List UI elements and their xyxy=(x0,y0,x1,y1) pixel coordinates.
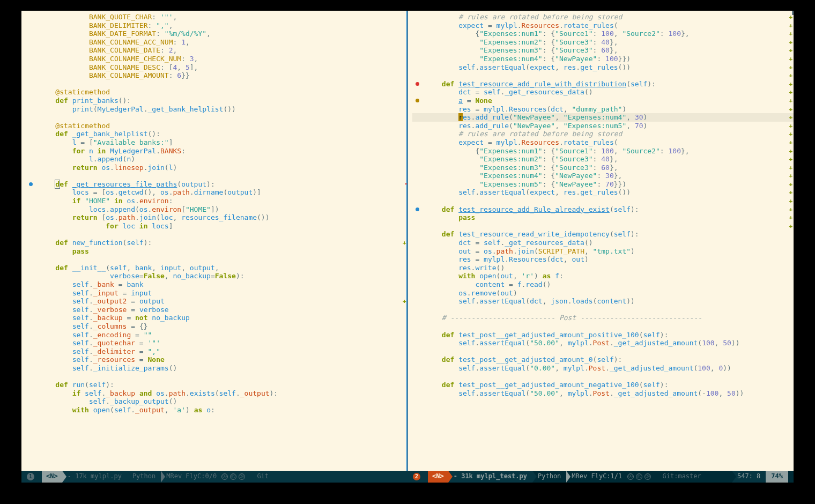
code-line[interactable]: self._encoding = "" xyxy=(26,331,408,339)
code-line[interactable] xyxy=(26,172,408,180)
code-line[interactable]: dct = self._get_resources_data()+ xyxy=(412,88,794,97)
code-line[interactable]: self._quotechar = '"' xyxy=(26,339,408,347)
code-line[interactable]: + xyxy=(412,222,794,231)
scrollbar-thumb-top[interactable] xyxy=(792,11,794,15)
code-line[interactable]: content = f.read() xyxy=(412,280,794,289)
code-line[interactable]: def test_post__get_adjusted_amount_posit… xyxy=(412,331,794,339)
code-line[interactable]: l = ["Available banks:"] xyxy=(26,138,408,147)
code-line[interactable]: def _get_resources_file_paths(output): xyxy=(26,180,408,189)
code-line[interactable]: res.add_rule("NewPayee", "Expenses:num5"… xyxy=(412,122,794,130)
code-line[interactable] xyxy=(412,306,794,314)
code-line[interactable]: def test_post__get_adjusted_amount_0(sel… xyxy=(412,355,794,364)
code-line[interactable]: locs = [os.getcwd(), os.path.dirname(out… xyxy=(26,188,408,197)
code-line[interactable]: def test_resource_add_rule_with_distribu… xyxy=(412,80,794,88)
code-line[interactable]: def test_post__get_adjusted_amount_negat… xyxy=(412,381,794,389)
code-line[interactable]: # rules are rotated before being stored+ xyxy=(412,13,794,21)
code-line[interactable]: # rules are rotated before being stored+ xyxy=(412,130,794,138)
code-line[interactable]: return os.linesep.join(l) xyxy=(26,164,408,172)
code-line[interactable]: for n in MyLedgerPal.BANKS: xyxy=(26,147,408,155)
code-line[interactable]: BANK_QUOTE_CHAR: '"', xyxy=(26,13,408,21)
code-line[interactable]: with open(self._output, 'a') as o: xyxy=(26,406,408,414)
code-line[interactable] xyxy=(412,347,794,356)
code-line[interactable] xyxy=(412,322,794,331)
code-line[interactable]: def _get_bank_helplist(): xyxy=(26,130,408,138)
code-line[interactable]: @staticmethod xyxy=(26,122,408,130)
code-line[interactable]: @staticmethod xyxy=(26,88,408,97)
right-pane[interactable]: # rules are rotated before being stored+… xyxy=(408,11,794,471)
right-code[interactable]: # rules are rotated before being stored+… xyxy=(408,11,794,399)
code-line[interactable]: BANK_DELIMITER: ",", xyxy=(26,21,408,30)
code-line[interactable]: "Expenses:num4": {"NewPayee": 100}})+ xyxy=(412,55,794,63)
code-line[interactable]: if self._backup and os.path.exists(self.… xyxy=(26,389,408,398)
code-line[interactable]: self.assertEqual(dct, json.loads(content… xyxy=(412,297,794,306)
code-line[interactable] xyxy=(26,80,408,88)
code-line[interactable]: self._backup_output() xyxy=(26,397,408,406)
code-line[interactable]: self._resources = None xyxy=(26,355,408,364)
code-line[interactable]: self.assertEqual(expect, res.get_rules()… xyxy=(412,188,794,197)
modeline-left[interactable]: 1 <N> - 17k mylpl.py Python MRev FlyC:0/… xyxy=(21,471,408,483)
code-line[interactable] xyxy=(412,373,794,381)
code-line[interactable]: expect = mylpl.Resources.rotate_rules(+ xyxy=(412,138,794,147)
code-line[interactable]: self._columns = {} xyxy=(26,322,408,331)
code-line[interactable]: if "HOME" in os.environ: xyxy=(26,197,408,205)
code-line[interactable]: def test_resource_add_Rule_already_exist… xyxy=(412,205,794,214)
code-line[interactable]: res.write() xyxy=(412,264,794,272)
code-line[interactable]: res = mylpl.Resources(dct, out) xyxy=(412,255,794,264)
code-line[interactable]: locs.append(os.environ["HOME"]) xyxy=(26,205,408,214)
code-line[interactable]: BANK_COLNAME_DESC: [4, 5], xyxy=(26,63,408,72)
code-line[interactable]: "Expenses:num3": {"Source3": 60},+ xyxy=(412,164,794,172)
code-line[interactable]: self._backup = not no_backup xyxy=(26,314,408,322)
code-line[interactable]: self.assertEqual("50.00", mylpl.Post._ge… xyxy=(412,339,794,347)
code-line[interactable]: + xyxy=(412,197,794,205)
code-line[interactable]: {"Expenses:num1": {"Source1": 100, "Sour… xyxy=(412,29,794,38)
modeline-right[interactable]: 2 <N> - 31k mylpl_test.py Python MRev Fl… xyxy=(408,471,794,483)
code-line[interactable]: pass xyxy=(26,247,408,256)
code-line[interactable]: "Expenses:num2": {"Source3": 40},+ xyxy=(412,155,794,164)
code-line[interactable]: BANK_COLNAME_ACC_NUM: 1, xyxy=(26,38,408,47)
code-line[interactable] xyxy=(26,373,408,381)
code-line[interactable]: l.append(n) xyxy=(26,155,408,164)
code-line[interactable]: def test_resource_read_write_idempotency… xyxy=(412,230,794,239)
code-line[interactable]: def run(self): xyxy=(26,381,408,389)
code-line[interactable] xyxy=(26,113,408,122)
code-line[interactable]: + xyxy=(412,71,794,80)
code-line[interactable]: out = os.path.join(SCRIPT_PATH, "tmp.txt… xyxy=(412,247,794,256)
code-line[interactable]: "Expenses:num3": {"Source3": 60},+ xyxy=(412,46,794,55)
left-pane[interactable]: BANK_QUOTE_CHAR: '"', BANK_DELIMITER: ",… xyxy=(21,11,408,471)
code-line[interactable]: BANK_COLNAME_AMOUNT: 6}} xyxy=(26,71,408,80)
code-line[interactable]: print(MyLedgerPal._get_bank_helplist()) xyxy=(26,105,408,114)
code-line[interactable]: self._initialize_params() xyxy=(26,364,408,373)
code-line[interactable]: a = None+ xyxy=(412,97,794,105)
code-line[interactable]: with open(out, 'r') as f: xyxy=(412,272,794,280)
code-line[interactable]: self._verbose = verbose xyxy=(26,306,408,314)
code-line[interactable]: def print_banks(): xyxy=(26,97,408,105)
code-line[interactable]: res = mylpl.Resources(dct, "dummy_path")… xyxy=(412,105,794,114)
code-line[interactable]: pass+ xyxy=(412,213,794,222)
code-line[interactable]: self.assertEqual("0.00", mylpl.Post._get… xyxy=(412,364,794,373)
code-line[interactable]: self._input = input xyxy=(26,289,408,298)
code-line[interactable]: self._output2 = output+ xyxy=(26,297,408,306)
code-line[interactable]: res.add_rule("NewPayee", "Expenses:num4"… xyxy=(412,113,794,122)
code-line[interactable]: BANK_COLNAME_CHECK_NUM: 3, xyxy=(26,55,408,63)
left-code[interactable]: BANK_QUOTE_CHAR: '"', BANK_DELIMITER: ",… xyxy=(21,11,408,417)
code-line[interactable]: self._delimiter = "," xyxy=(26,347,408,356)
code-line[interactable]: self.assertEqual(expect, res.get_rules()… xyxy=(412,63,794,72)
code-line[interactable]: "Expenses:num5": {"NewPayee": 70}})+ xyxy=(412,180,794,189)
code-line[interactable]: {"Expenses:num1": {"Source1": 100, "Sour… xyxy=(412,147,794,155)
code-line[interactable]: def new_function(self):+ xyxy=(26,239,408,247)
code-line[interactable] xyxy=(26,230,408,239)
code-line[interactable]: expect = mylpl.Resources.rotate_rules(+ xyxy=(412,21,794,30)
code-line[interactable]: self.assertEqual("50.00", mylpl.Post._ge… xyxy=(412,389,794,398)
code-line[interactable]: os.remove(out) xyxy=(412,289,794,298)
code-line[interactable]: verbose=False, no_backup=False): xyxy=(26,272,408,280)
code-line[interactable]: # ------------------------- Post -------… xyxy=(412,314,794,322)
code-line[interactable]: def __init__(self, bank, input, output, xyxy=(26,264,408,272)
code-line[interactable]: "Expenses:num2": {"Source3": 40},+ xyxy=(412,38,794,47)
code-line[interactable]: return [os.path.join(loc, resources_file… xyxy=(26,213,408,222)
code-line[interactable]: for loc in locs] xyxy=(26,222,408,231)
code-line[interactable]: dct = self._get_resources_data() xyxy=(412,239,794,247)
code-line[interactable]: BANK_DATE_FORMAT: "%m/%d/%Y", xyxy=(26,29,408,38)
code-line[interactable] xyxy=(26,255,408,264)
code-line[interactable]: BANK_COLNAME_DATE: 2, xyxy=(26,46,408,55)
code-line[interactable]: self._bank = bank xyxy=(26,280,408,289)
